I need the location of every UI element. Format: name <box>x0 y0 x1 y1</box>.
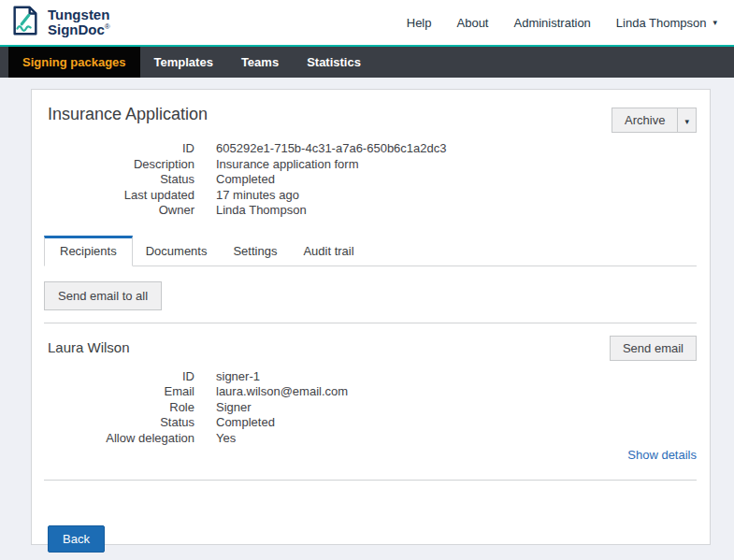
main-nav: Signing packages Templates Teams Statist… <box>0 45 734 78</box>
detail-label: Status <box>44 415 194 431</box>
caret-down-icon: ▾ <box>684 117 689 126</box>
about-link[interactable]: About <box>457 16 489 30</box>
archive-button[interactable]: Archive <box>612 108 678 133</box>
tab-settings[interactable]: Settings <box>220 237 290 266</box>
package-status-value: Completed <box>216 172 275 188</box>
package-panel: Insurance Application Archive ▾ ID 60529… <box>31 89 711 545</box>
detail-label: ID <box>44 141 194 157</box>
send-email-button[interactable]: Send email <box>610 336 697 361</box>
nav-item-teams[interactable]: Teams <box>227 47 293 78</box>
package-description-value: Insurance application form <box>216 157 358 173</box>
detail-row: Role Signer <box>44 400 697 416</box>
detail-row: Status Completed <box>44 415 697 431</box>
tab-audit-trail[interactable]: Audit trail <box>290 237 367 266</box>
detail-label: Status <box>44 172 194 188</box>
detail-row: Allow delegation Yes <box>44 431 697 447</box>
recipient-name: Laura Wilson <box>48 336 130 355</box>
page-title: Insurance Application <box>48 105 208 124</box>
tab-recipients[interactable]: Recipients <box>44 236 133 266</box>
detail-row: Status Completed <box>44 172 697 188</box>
nav-item-templates[interactable]: Templates <box>140 47 227 78</box>
logo-line1: Tungsten <box>48 7 110 22</box>
detail-label: ID <box>44 369 194 385</box>
nav-item-signing-packages[interactable]: Signing packages <box>8 47 140 78</box>
logo-text: Tungsten SignDoc® <box>48 7 110 37</box>
recipient-header: Laura Wilson Send email <box>44 336 697 361</box>
archive-dropdown-button[interactable]: ▾ <box>677 108 697 133</box>
tab-bar: Recipients Documents Settings Audit trai… <box>44 236 697 266</box>
back-button[interactable]: Back <box>48 525 105 553</box>
help-link[interactable]: Help <box>407 16 432 30</box>
archive-split-button: Archive ▾ <box>612 108 697 133</box>
detail-row: ID 605292e1-715b-4c31-a7a6-650b6c1a2dc3 <box>44 141 697 157</box>
app-logo[interactable]: Tungsten SignDoc® <box>9 5 110 40</box>
top-header: Tungsten SignDoc® Help About Administrat… <box>0 0 734 45</box>
recipients-toolbar: Send email to all <box>44 281 697 310</box>
caret-down-icon: ▾ <box>712 19 717 27</box>
recipient-role-value: Signer <box>216 400 252 416</box>
detail-label: Allow delegation <box>44 431 194 447</box>
utility-nav: Help About Administration Linda Thompson… <box>407 16 717 30</box>
divider <box>44 480 697 481</box>
detail-row: Owner Linda Thompson <box>44 203 697 219</box>
detail-row: Email laura.wilson@email.com <box>44 384 697 400</box>
detail-row: Last updated 17 minutes ago <box>44 188 697 204</box>
detail-label: Role <box>44 400 194 416</box>
nav-item-statistics[interactable]: Statistics <box>293 47 375 78</box>
recipient-email-value: laura.wilson@email.com <box>216 384 348 400</box>
package-owner-value: Linda Thompson <box>216 203 307 219</box>
signdoc-document-pen-icon <box>9 5 41 40</box>
tab-documents[interactable]: Documents <box>133 237 221 266</box>
recipient-id-value: signer-1 <box>216 369 260 385</box>
recipient-details: ID signer-1 Email laura.wilson@email.com… <box>44 369 697 447</box>
package-last-updated-value: 17 minutes ago <box>216 188 299 204</box>
logo-line2: SignDoc® <box>48 22 110 37</box>
administration-link[interactable]: Administration <box>513 16 590 30</box>
user-menu[interactable]: Linda Thompson ▾ <box>616 16 717 30</box>
detail-row: ID signer-1 <box>44 369 697 385</box>
detail-label: Owner <box>44 203 194 219</box>
registered-mark: ® <box>105 22 110 31</box>
detail-label: Email <box>44 384 194 400</box>
divider <box>44 323 697 323</box>
recipient-allow-delegation-value: Yes <box>216 431 236 447</box>
show-details-link[interactable]: Show details <box>44 448 697 462</box>
detail-label: Description <box>44 157 194 173</box>
package-id-value: 605292e1-715b-4c31-a7a6-650b6c1a2dc3 <box>216 141 447 157</box>
detail-row: Description Insurance application form <box>44 157 697 173</box>
user-menu-label: Linda Thompson <box>616 16 707 30</box>
panel-header: Insurance Application Archive ▾ <box>44 90 697 139</box>
send-email-to-all-button[interactable]: Send email to all <box>44 281 162 310</box>
detail-label: Last updated <box>44 188 194 204</box>
package-details: ID 605292e1-715b-4c31-a7a6-650b6c1a2dc3 … <box>44 141 697 219</box>
recipient-status-value: Completed <box>216 415 275 431</box>
